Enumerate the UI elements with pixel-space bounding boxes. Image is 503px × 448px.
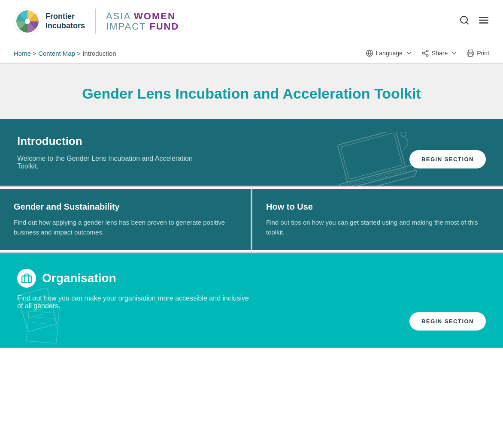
laptop-illustration — [331, 132, 417, 186]
svg-rect-16 — [341, 133, 403, 179]
svg-line-13 — [424, 51, 426, 53]
organisation-card: Organisation Find out how you can make y… — [0, 253, 503, 348]
svg-line-38 — [32, 317, 55, 319]
language-label: Language — [376, 50, 403, 57]
frontier-logo-icon — [14, 8, 41, 35]
gender-sustainability-card[interactable]: Gender and Sustainability Find out how a… — [0, 189, 251, 250]
awif-brand: ASIA WOMEN IMPACT FUND — [106, 11, 179, 32]
breadcrumb-sep1: > — [33, 50, 38, 57]
print-button[interactable]: Print — [467, 49, 489, 57]
organisation-title: Organisation — [42, 271, 116, 285]
organisation-header: Organisation — [17, 269, 486, 288]
introduction-description: Welcome to the Gender Lens Incubation an… — [17, 155, 210, 170]
awif-line1: ASIA WOMEN — [106, 11, 179, 21]
hero-title: Gender Lens Incubation and Acceleration … — [14, 85, 489, 102]
svg-rect-25 — [385, 173, 389, 177]
share-button[interactable]: Share — [421, 49, 458, 57]
share-label: Share — [432, 50, 448, 57]
svg-line-32 — [24, 296, 45, 302]
svg-line-12 — [424, 54, 426, 55]
row-gap-1 — [0, 186, 503, 187]
svg-line-37 — [33, 311, 55, 313]
how-to-use-card[interactable]: How to Use Find out tips on how you can … — [252, 189, 503, 250]
awif-line2: IMPACT FUND — [106, 21, 179, 32]
breadcrumb-sep2: > — [77, 50, 82, 57]
gender-card-description: Find out how applying a gender lens has … — [14, 218, 237, 237]
how-to-use-description: Find out tips on how you can get started… — [266, 218, 489, 237]
introduction-begin-button[interactable]: BEGIN SECTION — [409, 150, 486, 168]
two-column-section: Gender and Sustainability Find out how a… — [0, 189, 503, 250]
how-to-use-title: How to Use — [266, 202, 489, 212]
svg-rect-19 — [349, 183, 354, 186]
logo-text: Frontier Incubators — [45, 12, 85, 30]
organisation-illustration — [13, 286, 73, 348]
svg-rect-21 — [361, 179, 366, 183]
svg-line-3 — [467, 22, 468, 24]
svg-rect-14 — [469, 54, 473, 57]
svg-rect-22 — [367, 178, 372, 181]
search-icon[interactable] — [459, 15, 470, 28]
svg-rect-17 — [339, 165, 415, 186]
svg-rect-28 — [402, 168, 406, 172]
content-area: Introduction Welcome to the Gender Lens … — [0, 119, 503, 348]
language-selector[interactable]: Language — [366, 49, 413, 57]
hamburger-menu-icon[interactable] — [478, 15, 489, 28]
introduction-card: Introduction Welcome to the Gender Lens … — [0, 119, 503, 186]
organisation-icon — [17, 269, 36, 288]
logo-frontier-line2: Incubators — [45, 21, 85, 31]
breadcrumb-bar: Home > Content Map > Introduction Langua… — [0, 43, 503, 64]
header-right — [459, 15, 489, 28]
breadcrumb: Home > Content Map > Introduction — [14, 50, 116, 57]
svg-rect-24 — [379, 175, 383, 178]
svg-point-29 — [400, 132, 407, 137]
organisation-begin-button[interactable]: BEGIN SECTION — [409, 312, 486, 331]
breadcrumb-content-map[interactable]: Content Map — [38, 50, 75, 57]
print-label: Print — [477, 50, 489, 57]
svg-point-1 — [25, 19, 30, 24]
svg-rect-27 — [396, 170, 401, 174]
logo-frontier-line1: Frontier — [45, 12, 85, 21]
svg-rect-30 — [22, 276, 31, 283]
svg-rect-18 — [344, 184, 348, 186]
svg-line-39 — [32, 322, 47, 324]
svg-rect-26 — [390, 171, 395, 175]
gender-card-title: Gender and Sustainability — [14, 202, 237, 212]
svg-rect-20 — [355, 181, 360, 184]
svg-rect-23 — [373, 176, 378, 180]
breadcrumb-actions: Language Share Print — [366, 49, 489, 57]
logo-area[interactable]: Frontier Incubators — [14, 8, 85, 35]
site-header: Frontier Incubators ASIA WOMEN IMPACT FU… — [0, 0, 503, 43]
hero-section: Gender Lens Incubation and Acceleration … — [0, 64, 503, 119]
header-left: Frontier Incubators ASIA WOMEN IMPACT FU… — [14, 8, 179, 35]
breadcrumb-current: Introduction — [82, 50, 116, 57]
header-divider — [95, 9, 96, 34]
breadcrumb-home[interactable]: Home — [14, 50, 31, 57]
